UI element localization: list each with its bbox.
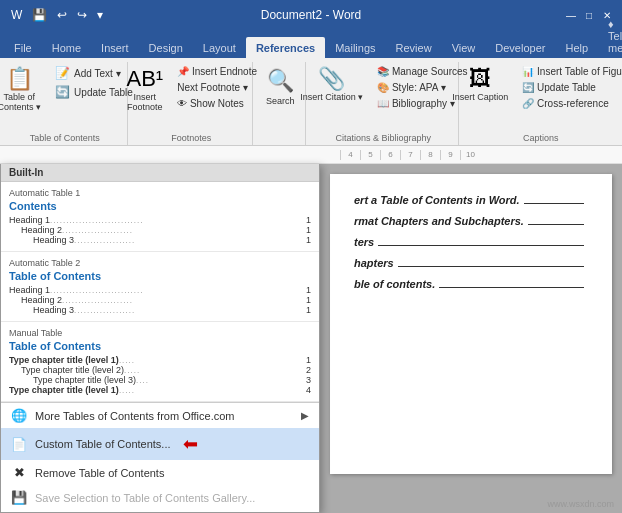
manual-entry-4: Type chapter title (level 1) ..... 4 [9,385,311,395]
auto2-entry-3-label: Heading 3 [33,305,74,315]
manual-entry-1-page: 1 [306,355,311,365]
toc-manual-block[interactable]: Manual Table Table of Contents Type chap… [1,322,319,402]
show-notes-label: 👁 Show Notes [177,98,244,109]
toc-section-header: Built-In [1,164,319,182]
tab-tell-me[interactable]: ♦ Tell me... [598,13,622,58]
red-arrow-indicator: ⬅ [183,433,198,455]
auto1-entry-2-label: Heading 2 [21,225,62,235]
captions-group: 🖼 Insert Caption 📊 Insert Table of Figu.… [461,62,620,145]
toc-auto2-block[interactable]: Automatic Table 2 Table of Contents Head… [1,252,319,322]
auto2-subtitle: Automatic Table 2 [9,258,311,268]
add-text-label: Add Text ▾ [74,68,121,79]
doc-line-1-text: ert a Table of Contents in Word. [354,194,520,206]
auto1-entry-2-page: 1 [306,225,311,235]
manual-entry-2-dots: ..... [124,366,306,375]
more-tables-arrow: ▶ [301,410,309,421]
toc-group: 📋 Table ofContents ▾ 📝 Add Text ▾ 🔄 Upda… [2,62,128,145]
undo-btn[interactable]: ↩ [54,6,70,24]
ruler-mark-8: 8 [420,150,440,160]
manual-entry-1: Type chapter title (level 1) ..... 1 [9,355,311,365]
tab-insert[interactable]: Insert [91,37,139,58]
cross-reference-label: 🔗 Cross-reference [522,98,608,109]
maximize-btn[interactable]: □ [582,8,596,22]
tab-references[interactable]: References [246,37,325,58]
manual-entry-3-page: 3 [306,375,311,385]
doc-line-4-dots [398,266,584,267]
show-notes-button[interactable]: 👁 Show Notes [172,96,262,111]
insert-table-of-figures-label: 📊 Insert Table of Figu... [522,66,622,77]
update-captions-table-label: 🔄 Update Table [522,82,596,93]
custom-toc-label: Custom Table of Contents... [35,438,171,450]
manual-entry-3-label: Type chapter title (level 3) [33,375,136,385]
toc-group-label: Table of Contents [30,133,100,145]
add-text-icon: 📝 [55,66,70,80]
tab-developer[interactable]: Developer [485,37,555,58]
custom-toc-icon: 📄 [11,437,27,452]
footnote-icon: AB¹ [126,68,163,90]
quick-access-toolbar: W 💾 ↩ ↪ ▾ [8,6,106,24]
auto1-entry-3-dots: ................... [74,236,306,245]
manual-entry-4-dots: ..... [119,386,306,395]
auto1-entry-1-page: 1 [306,215,311,225]
insert-caption-label: Insert Caption [452,92,508,102]
tab-mailings[interactable]: Mailings [325,37,385,58]
next-footnote-button[interactable]: Next Footnote ▾ [172,80,262,95]
custom-toc-menu-item[interactable]: 📄 Custom Table of Contents... ⬅ [1,428,319,460]
table-of-contents-button[interactable]: 📋 Table ofContents ▾ [0,64,47,116]
doc-line-1: ert a Table of Contents in Word. [354,194,588,207]
customize-btn[interactable]: ▾ [94,6,106,24]
insert-footnote-button[interactable]: AB¹ InsertFootnote [120,64,169,116]
auto1-entry-1-dots: ............................. [50,216,306,225]
auto1-entry-2: Heading 2 ...................... 1 [9,225,311,235]
doc-line-3-dots [378,245,584,246]
remove-toc-menu-item[interactable]: ✖ Remove Table of Contents [1,460,319,485]
manual-entry-4-label: Type chapter title (level 1) [9,385,119,395]
manual-entry-1-label: Type chapter title (level 1) [9,355,119,365]
auto2-entry-2-label: Heading 2 [21,295,62,305]
auto2-entry-1-page: 1 [306,285,311,295]
auto1-entry-1: Heading 1 ............................. … [9,215,311,225]
insert-table-of-figures-button[interactable]: 📊 Insert Table of Figu... [517,64,622,79]
doc-line-2-text: rmat Chapters and Subchapters. [354,215,524,227]
more-tables-menu-item[interactable]: 🌐 More Tables of Contents from Office.co… [1,403,319,428]
tab-review[interactable]: Review [386,37,442,58]
auto1-entry-2-dots: ...................... [62,226,306,235]
footnotes-group: AB¹ InsertFootnote 📌 Insert Endnote Next… [130,62,253,145]
manual-entry-3-dots: .... [136,376,306,385]
redo-btn[interactable]: ↪ [74,6,90,24]
citation-icon: 📎 [318,68,345,90]
tab-view[interactable]: View [442,37,486,58]
auto2-entry-3: Heading 3 ................... 1 [9,305,311,315]
footnotes-small-buttons: 📌 Insert Endnote Next Footnote ▾ 👁 Show … [172,64,262,111]
more-tables-icon: 🌐 [11,408,27,423]
tab-help[interactable]: Help [555,37,598,58]
window-title: Document2 - Word [261,8,361,22]
insert-citation-label: Insert Citation ▾ [300,92,363,102]
tab-home[interactable]: Home [42,37,91,58]
save-btn[interactable]: 💾 [29,6,50,24]
insert-endnote-button[interactable]: 📌 Insert Endnote [172,64,262,79]
insert-caption-button[interactable]: 🖼 Insert Caption [446,64,514,106]
toc-dropdown: Built-In Automatic Table 1 Contents Head… [0,164,320,513]
toc-auto1-block[interactable]: Automatic Table 1 Contents Heading 1 ...… [1,182,319,252]
toc-button-label: Table ofContents ▾ [0,92,41,112]
tab-file[interactable]: File [4,37,42,58]
manual-entry-2: Type chapter title (level 2) ..... 2 [9,365,311,375]
tab-design[interactable]: Design [139,37,193,58]
footnotes-group-label: Footnotes [171,133,211,145]
tab-layout[interactable]: Layout [193,37,246,58]
minimize-btn[interactable]: — [564,8,578,22]
ruler: 4 5 6 7 8 9 10 [0,146,622,164]
update-captions-table-button[interactable]: 🔄 Update Table [517,80,622,95]
insert-citation-button[interactable]: 📎 Insert Citation ▾ [294,64,369,106]
manual-entry-1-dots: ..... [119,356,306,365]
insert-endnote-label: 📌 Insert Endnote [177,66,257,77]
captions-small-buttons: 📊 Insert Table of Figu... 🔄 Update Table… [517,64,622,111]
auto1-entry-3-label: Heading 3 [33,235,74,245]
cross-reference-button[interactable]: 🔗 Cross-reference [517,96,622,111]
captions-group-label: Captions [523,133,559,145]
citations-group-label: Citations & Bibliography [336,133,432,145]
ruler-mark-9: 9 [440,150,460,160]
document-area: ert a Table of Contents in Word. rmat Ch… [320,164,622,513]
doc-line-5-dots [439,287,584,288]
